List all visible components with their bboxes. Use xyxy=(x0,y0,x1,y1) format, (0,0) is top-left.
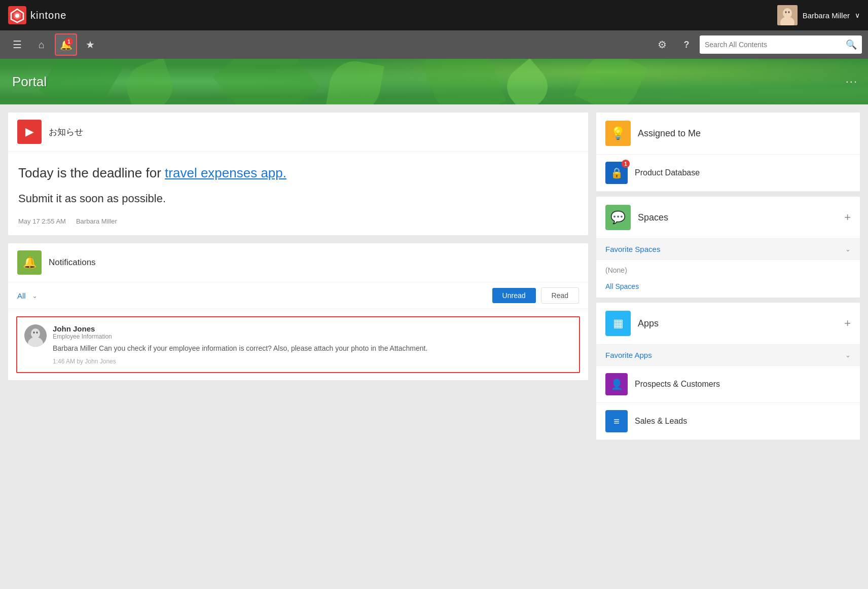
assigned-title: Assigned to Me xyxy=(638,128,701,139)
main-area: ▶ お知らせ Today is the deadline for travel … xyxy=(0,104,868,589)
user-name: Barbara Miller xyxy=(803,11,850,20)
favorite-spaces-row: Favorite Spaces ⌄ xyxy=(596,239,860,260)
tab-all-dropdown[interactable]: ⌄ xyxy=(32,292,38,300)
notification-item-inner: John Jones Employee Information Barbara … xyxy=(24,324,572,365)
assigned-icon: 💡 xyxy=(605,121,631,146)
notif-text: Barbara Miller Can you check if your emp… xyxy=(53,343,572,354)
assigned-card: 💡 Assigned to Me 🔒 1 Product Database xyxy=(596,113,860,192)
spaces-add-button[interactable]: + xyxy=(844,211,851,224)
apps-title: Apps xyxy=(638,318,659,329)
announcement-author: Barbara Miller xyxy=(76,217,117,225)
svg-point-7 xyxy=(785,11,786,13)
spaces-header: 💬 Spaces + xyxy=(596,197,860,239)
user-dropdown-chevron[interactable]: ∨ xyxy=(855,11,860,19)
notification-item[interactable]: John Jones Employee Information Barbara … xyxy=(16,316,580,373)
portal-more-button[interactable]: ··· xyxy=(846,75,858,88)
bulb-icon: 💡 xyxy=(610,126,626,140)
menu-button[interactable]: ☰ xyxy=(6,33,28,56)
product-database-icon: 🔒 1 xyxy=(605,162,628,184)
lock-icon: 🔒 xyxy=(610,167,623,179)
apps-card: ▦ Apps + Favorite Apps ⌄ 👤 Prospects & C… xyxy=(596,303,860,440)
menu-icon: ☰ xyxy=(13,39,22,51)
user-info[interactable]: Barbara Miller ∨ xyxy=(777,5,860,25)
notification-badge: 1 xyxy=(65,38,73,46)
all-spaces-link[interactable]: All Spaces xyxy=(596,280,860,298)
app-item-prospects[interactable]: 👤 Prospects & Customers xyxy=(596,366,860,403)
notifications-tabs: All ⌄ Unread Read xyxy=(8,282,588,309)
favorite-apps-chevron[interactable]: ⌄ xyxy=(845,351,851,359)
product-database-badge: 1 xyxy=(622,160,630,168)
announcement-title: お知らせ xyxy=(49,126,83,138)
search-bar[interactable]: 🔍 xyxy=(700,35,862,54)
user-avatar xyxy=(777,5,798,25)
home-icon: ⌂ xyxy=(39,39,45,51)
list-icon: ≡ xyxy=(613,416,620,427)
favorites-button[interactable]: ★ xyxy=(79,33,101,56)
announcement-card: ▶ お知らせ Today is the deadline for travel … xyxy=(8,113,588,235)
megaphone-icon: ▶ xyxy=(25,125,34,138)
search-input[interactable] xyxy=(705,41,842,49)
notifications-title: Notifications xyxy=(49,257,96,268)
portal-banner-bg xyxy=(0,59,868,104)
apps-header: ▦ Apps + xyxy=(596,303,860,345)
search-icon[interactable]: 🔍 xyxy=(846,39,857,50)
help-button[interactable]: ? xyxy=(675,33,698,56)
assigned-header: 💡 Assigned to Me xyxy=(596,113,860,155)
kintone-logo[interactable]: kintone xyxy=(8,6,67,24)
spaces-card: 💬 Spaces + Favorite Spaces ⌄ (None) All … xyxy=(596,197,860,298)
favorite-apps-row: Favorite Apps ⌄ xyxy=(596,345,860,366)
notif-time: 1:46 AM by John Jones xyxy=(53,358,572,365)
chat-icon: 💬 xyxy=(610,210,626,225)
btn-unread[interactable]: Unread xyxy=(492,288,536,303)
sales-name: Sales & Leads xyxy=(635,417,687,426)
notif-avatar-img xyxy=(24,324,47,347)
settings-button[interactable]: ⚙ xyxy=(651,33,673,56)
help-icon: ? xyxy=(684,40,690,50)
left-panel: ▶ お知らせ Today is the deadline for travel … xyxy=(8,113,588,581)
notifications-card: 🔔 Notifications All ⌄ Unread Read xyxy=(8,243,588,380)
logo-text: kintone xyxy=(30,10,67,21)
favorite-spaces-label[interactable]: Favorite Spaces xyxy=(605,245,660,253)
notifications-header: 🔔 Notifications xyxy=(8,243,588,282)
apps-icon: ▦ xyxy=(605,311,631,336)
topbar-left: kintone xyxy=(8,6,67,24)
grid-icon: ▦ xyxy=(613,317,624,330)
portal-title: Portal xyxy=(12,74,47,90)
svg-point-8 xyxy=(788,11,789,13)
assigned-item-product-database[interactable]: 🔒 1 Product Database xyxy=(596,155,860,192)
svg-point-12 xyxy=(33,332,35,334)
gear-icon: ⚙ xyxy=(658,39,667,51)
announcement-prefix: Today is the deadline for xyxy=(18,165,165,180)
topbar: kintone Barbara Miller ∨ xyxy=(0,0,868,30)
notif-sender-name: John Jones xyxy=(53,324,572,333)
btn-read[interactable]: Read xyxy=(541,287,579,304)
notif-source: Employee Information xyxy=(53,333,572,340)
sales-icon: ≡ xyxy=(605,410,628,432)
tab-all[interactable]: All xyxy=(17,291,26,300)
notif-avatar xyxy=(24,324,47,347)
right-panel: 💡 Assigned to Me 🔒 1 Product Database 💬 … xyxy=(596,113,860,581)
home-button[interactable]: ⌂ xyxy=(30,33,53,56)
announcement-meta: May 17 2:55 AM Barbara Miller xyxy=(18,217,578,225)
app-item-sales[interactable]: ≡ Sales & Leads xyxy=(596,403,860,440)
topbar-right: Barbara Miller ∨ xyxy=(777,5,860,25)
spaces-none-text: (None) xyxy=(596,260,860,280)
portal-banner: Portal ··· xyxy=(0,59,868,104)
navbar: ☰ ⌂ 🔔 1 ★ ⚙ ? 🔍 xyxy=(0,30,868,59)
announcement-header: ▶ お知らせ xyxy=(8,113,588,152)
announcement-main-text: Today is the deadline for travel expense… xyxy=(18,164,578,182)
spaces-title: Spaces xyxy=(638,212,668,223)
svg-point-3 xyxy=(15,14,19,18)
person-icon: 👤 xyxy=(610,378,623,390)
favorite-spaces-chevron[interactable]: ⌄ xyxy=(845,245,851,253)
announcement-body: Today is the deadline for travel expense… xyxy=(8,152,588,235)
favorite-apps-label[interactable]: Favorite Apps xyxy=(605,351,652,359)
prospects-name: Prospects & Customers xyxy=(635,380,720,389)
notifications-icon: 🔔 xyxy=(17,250,42,275)
announcement-link[interactable]: travel expenses app. xyxy=(165,165,286,180)
apps-add-button[interactable]: + xyxy=(844,317,851,330)
announcement-icon: ▶ xyxy=(17,120,42,144)
notif-content: John Jones Employee Information Barbara … xyxy=(53,324,572,365)
svg-point-13 xyxy=(37,332,38,334)
notifications-button[interactable]: 🔔 1 xyxy=(55,33,77,56)
